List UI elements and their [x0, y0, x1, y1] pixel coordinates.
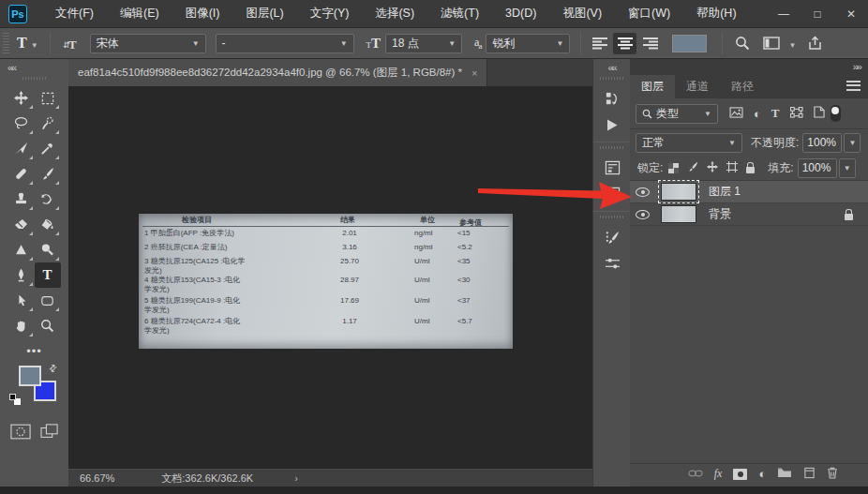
default-colors-icon[interactable] — [9, 394, 21, 405]
align-center-button[interactable] — [613, 33, 636, 54]
status-options-chevron-icon[interactable]: › — [294, 472, 298, 484]
pen-tool[interactable] — [8, 262, 35, 288]
menu-3d[interactable]: 3D(D) — [492, 0, 549, 27]
visibility-eye-icon[interactable] — [636, 210, 650, 219]
new-layer-button[interactable] — [803, 467, 816, 482]
font-size-select[interactable]: 18 点▼ — [385, 34, 462, 53]
lock-pixels-icon[interactable] — [687, 161, 698, 175]
lock-artboard-icon[interactable] — [726, 161, 738, 175]
swap-colors-icon[interactable]: ⇄ — [46, 362, 59, 375]
screen-mode-button[interactable] — [40, 424, 59, 444]
healing-brush-tool[interactable] — [8, 161, 35, 187]
font-family-select[interactable]: 宋体▼ — [90, 34, 206, 53]
marquee-tool[interactable] — [35, 85, 61, 111]
text-orientation-icon[interactable]: ⇵T — [63, 37, 79, 51]
font-style-select[interactable]: -▼ — [216, 34, 354, 53]
lasso-tool[interactable] — [8, 111, 35, 136]
quick-mask-button[interactable] — [10, 424, 31, 444]
eyedropper-tool[interactable] — [35, 136, 61, 161]
tool-presets-panel-icon[interactable] — [593, 250, 631, 277]
dodge-tool[interactable] — [35, 237, 61, 262]
opacity-chevron[interactable]: ▼ — [844, 133, 861, 153]
menu-view[interactable]: 视图(V) — [549, 0, 615, 27]
add-mask-button[interactable] — [733, 469, 747, 480]
sharpen-tool[interactable] — [8, 237, 35, 262]
filter-shape-layers-icon[interactable] — [790, 107, 803, 121]
zoom-tool[interactable] — [35, 313, 61, 338]
panel-menu-icon[interactable] — [846, 81, 861, 91]
toolbox-collapse-icon[interactable]: «« — [0, 59, 68, 73]
brush-tool[interactable] — [35, 161, 61, 187]
hand-tool[interactable] — [8, 313, 35, 338]
minimize-button[interactable]: — — [767, 0, 801, 27]
filter-type-layers-icon[interactable]: T — [771, 106, 780, 121]
move-tool[interactable] — [8, 85, 35, 111]
layer-style-button[interactable]: fx — [714, 467, 723, 481]
eraser-tool[interactable] — [8, 212, 35, 237]
clone-stamp-tool[interactable] — [8, 187, 35, 212]
fill-chevron[interactable]: ▼ — [839, 158, 856, 178]
tab-layers[interactable]: 图层 — [630, 75, 675, 98]
layer-row-layer1[interactable]: 图层 1 — [630, 181, 868, 203]
layer-name[interactable]: 背景 — [709, 206, 731, 222]
document-tab[interactable]: eaf81a4c510fd9f988ee8d36272dd42a2934a4f0… — [68, 59, 487, 86]
tab-paths[interactable]: 路径 — [720, 75, 765, 98]
filter-smart-objects-icon[interactable] — [814, 106, 825, 121]
filter-adjustment-layers-icon[interactable]: ◐ — [754, 108, 761, 120]
menu-edit[interactable]: 编辑(E) — [107, 0, 172, 27]
quick-selection-tool[interactable] — [35, 111, 61, 136]
type-tool-selected[interactable]: T — [35, 262, 61, 288]
menu-type[interactable]: 文字(Y) — [297, 0, 363, 27]
layer-thumbnail[interactable] — [661, 183, 696, 201]
lock-transparency-icon[interactable] — [668, 163, 679, 173]
fill-field[interactable]: 100% — [798, 158, 837, 178]
filter-type-select[interactable]: 类型▼ — [636, 104, 718, 124]
close-button[interactable]: ✕ — [834, 0, 868, 27]
history-panel-icon[interactable] — [593, 85, 631, 112]
visibility-eye-icon[interactable] — [636, 187, 650, 197]
align-left-button[interactable] — [588, 33, 611, 54]
maximize-button[interactable]: □ — [801, 0, 834, 27]
filter-toggle-switch[interactable] — [831, 105, 841, 122]
dock-collapse-icon[interactable]: «« — [593, 59, 630, 73]
tab-channels[interactable]: 通道 — [675, 75, 720, 98]
share-icon[interactable] — [808, 36, 822, 51]
adjustment-layer-button[interactable]: ◐ — [758, 468, 766, 480]
tool-preset-chevron-icon[interactable]: ▼ — [31, 41, 38, 50]
text-color-swatch[interactable] — [672, 35, 707, 52]
type-tool-icon[interactable]: T — [17, 35, 27, 52]
panel-collapse-icon[interactable]: »» — [853, 59, 868, 75]
lock-position-icon[interactable] — [707, 161, 718, 175]
blend-mode-select[interactable]: 正常▼ — [636, 133, 742, 153]
foreground-color-swatch[interactable] — [19, 366, 41, 386]
delete-layer-button[interactable] — [827, 467, 838, 482]
menu-select[interactable]: 选择(S) — [362, 0, 427, 27]
menu-file[interactable]: 文件(F) — [42, 0, 107, 27]
align-right-button[interactable] — [638, 33, 662, 54]
layer-thumbnail[interactable] — [661, 205, 696, 223]
link-layers-button[interactable] — [688, 468, 703, 481]
shape-tool[interactable] — [35, 288, 61, 313]
path-selection-tool[interactable] — [8, 288, 35, 313]
menu-layer[interactable]: 图层(L) — [232, 0, 296, 27]
history-brush-tool[interactable] — [35, 187, 61, 212]
layer-row-background[interactable]: 背景 — [630, 203, 868, 226]
edit-toolbar-ellipsis-icon[interactable]: ••• — [0, 344, 68, 358]
brush-settings-panel-icon[interactable] — [593, 224, 631, 250]
menu-help[interactable]: 帮助(H) — [683, 0, 749, 27]
opacity-field[interactable]: 100% — [802, 133, 842, 153]
menu-filter[interactable]: 滤镜(T) — [427, 0, 492, 27]
workspace-chevron-icon[interactable]: ▼ — [788, 41, 796, 50]
crop-tool[interactable] — [8, 136, 35, 161]
tab-close-icon[interactable]: × — [471, 67, 477, 79]
workspace-panel-icon[interactable] — [763, 37, 780, 50]
actions-panel-icon[interactable] — [593, 112, 631, 138]
filter-pixel-layers-icon[interactable] — [729, 107, 743, 121]
zoom-level-field[interactable]: 66.67% — [80, 472, 114, 484]
gradient-bucket-tool[interactable] — [35, 212, 61, 237]
new-group-button[interactable] — [777, 467, 792, 481]
menu-image[interactable]: 图像(I) — [172, 0, 233, 27]
search-icon[interactable] — [735, 36, 750, 51]
menu-window[interactable]: 窗口(W) — [615, 0, 683, 27]
canvas-area[interactable]: 检验项目 结果 单位 参考值 1 甲胎蛋白(AFP :免疫学法) 2.01 ng… — [68, 86, 592, 469]
